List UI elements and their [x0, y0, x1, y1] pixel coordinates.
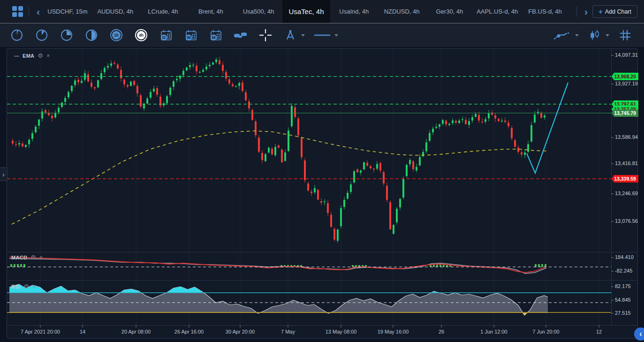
svg-text:4h: 4h: [139, 33, 144, 38]
tab-aapl-us-d-4h[interactable]: AAPL.US-d, 4h: [473, 0, 521, 23]
tabs-scroll-left-icon[interactable]: ‹: [35, 7, 42, 16]
macd-settings-gear-icon[interactable]: ⚙: [30, 254, 36, 261]
time-axis-label: 30 Apr 20:00: [226, 329, 255, 334]
tab-audusd-4h[interactable]: AUDUSD, 4h: [91, 0, 139, 23]
tabs-scroll-right-icon[interactable]: ›: [583, 7, 590, 16]
tab-usdchf-15m[interactable]: USDCHF, 15m: [44, 0, 91, 23]
add-chart-button[interactable]: + Add Chart: [592, 5, 637, 18]
timeframe-5m-button[interactable]: [35, 29, 48, 42]
timeframe-M-button[interactable]: M: [209, 29, 222, 42]
price-axis-label: 13,076.56: [615, 218, 638, 224]
macd-label: MACD: [11, 255, 27, 260]
line-tool-caret-icon[interactable]: [334, 34, 338, 37]
time-axis-label: 1 Jun 12:00: [480, 329, 508, 334]
time-axis-label: 26 Apr 16:00: [174, 329, 204, 334]
chart-toolbar: 1h4hDWM: [0, 23, 644, 47]
divider: [576, 7, 577, 17]
timeframe-D-button[interactable]: D: [159, 29, 173, 42]
indicators-caret-icon[interactable]: [575, 34, 579, 37]
rsi-label: RSI: [11, 284, 20, 289]
indicators-icon[interactable]: [553, 29, 571, 42]
rsi-settings-gear-icon[interactable]: ⚙: [23, 283, 29, 290]
tab-usaind-4h[interactable]: UsaInd, 4h: [330, 0, 378, 23]
time-axis-label: 7 Jun 20:00: [532, 329, 560, 334]
tab-brent-4h[interactable]: Brent, 4h: [187, 0, 235, 23]
tab-lcrude-4h[interactable]: LCrude, 4h: [139, 0, 187, 23]
time-axis-label: 12: [596, 329, 602, 334]
tab-nzdusd-4h[interactable]: NZDUSD, 4h: [378, 0, 426, 23]
price-axis-label: -82.245: [615, 268, 632, 274]
timeframe-30m-button[interactable]: [85, 29, 98, 42]
ema-indicator-header: — EMA ⚙ ×: [14, 52, 50, 59]
price-axis-label: 13,927.19: [615, 81, 638, 86]
timeframe-group: 1h4hDWM: [10, 29, 234, 42]
divider: [29, 7, 29, 17]
tab-list: USDCHF, 15mAUDUSD, 4hLCrude, 4hBrent, 4h…: [44, 0, 569, 23]
tab-usatec-4h[interactable]: UsaTec, 4h: [282, 0, 330, 23]
sidebar-expand-chevron-icon[interactable]: ›: [0, 167, 8, 181]
price-chart-canvas[interactable]: [7, 48, 638, 339]
layout-grid-icon[interactable]: [12, 6, 23, 17]
time-axis-label: 26: [439, 329, 444, 334]
chart-style-caret-icon[interactable]: [606, 34, 609, 37]
price-axis-label: 82.175: [615, 283, 631, 289]
link-charts-icon[interactable]: [234, 29, 247, 42]
time-axis-label: 14: [80, 329, 85, 334]
time-axis-label: 7 Apr 2021 20:00: [21, 329, 60, 334]
macd-indicator-header: MACD ⚙ ×: [11, 254, 43, 261]
trading-app-window: ‹ USDCHF, 15mAUDUSD, 4hLCrude, 4hBrent, …: [0, 0, 644, 342]
plus-icon: +: [599, 8, 603, 15]
collapse-panel-button[interactable]: ‹: [634, 327, 644, 341]
macd-close-icon[interactable]: ×: [39, 254, 43, 261]
rsi-indicator-header: RSI ⚙ ×: [11, 283, 36, 290]
timeframe-1h-button[interactable]: 1h: [110, 29, 123, 42]
drawing-tools-icon[interactable]: [284, 29, 297, 42]
price-axis-label: 184.410: [615, 254, 634, 260]
drawing-tools-caret-icon[interactable]: [301, 34, 305, 37]
tab-usa500-4h[interactable]: Usa500, 4h: [235, 0, 282, 23]
svg-text:D: D: [162, 35, 166, 40]
timeframe-4h-button[interactable]: 4h: [135, 29, 148, 42]
price-level-badge[interactable]: 13,745.79: [612, 109, 638, 117]
trend-drawing: [527, 83, 568, 173]
chart-style-icon[interactable]: [588, 29, 601, 42]
ema-color-dash: —: [14, 53, 19, 59]
add-chart-label: Add Chart: [605, 8, 631, 15]
ema-settings-gear-icon[interactable]: ⚙: [38, 52, 43, 59]
timeframe-1m-button[interactable]: [10, 29, 23, 42]
price-axis-label: 14,097.31: [615, 52, 638, 58]
price-level-badge[interactable]: 13,339.59: [612, 175, 638, 182]
crosshair-icon[interactable]: [259, 29, 272, 42]
price-axis-label: 27.515: [615, 310, 631, 316]
chart-tab-bar: ‹ USDCHF, 15mAUDUSD, 4hLCrude, 4hBrent, …: [0, 0, 644, 23]
price-axis-label: 13,416.81: [615, 160, 638, 166]
svg-text:1h: 1h: [114, 33, 119, 38]
price-axis-label: 54.845: [615, 297, 631, 303]
timeframe-15m-button[interactable]: [60, 29, 73, 42]
price-axis-label: 13,586.94: [615, 134, 638, 140]
time-axis-label: 20 Apr 08:00: [121, 329, 151, 334]
tab-fb-us-d-4h[interactable]: FB.US-d, 4h: [521, 0, 569, 23]
price-level-badge[interactable]: 13,968.20: [612, 73, 638, 80]
rsi-close-icon[interactable]: ×: [32, 283, 36, 290]
ema-label: EMA: [23, 53, 34, 59]
timeframe-W-button[interactable]: W: [184, 29, 197, 42]
ema-close-icon[interactable]: ×: [46, 52, 50, 59]
line-tool-icon[interactable]: [314, 29, 330, 42]
price-axis-label: 13,246.69: [615, 190, 638, 196]
time-axis-label: 7 May: [281, 329, 295, 334]
time-axis-label: 13 May 08:00: [326, 329, 357, 334]
time-axis-label: 19 May 16:00: [378, 329, 409, 334]
svg-text:W: W: [187, 35, 191, 40]
tab-ger30-4h[interactable]: Ger30, 4h: [426, 0, 474, 23]
svg-text:M: M: [212, 35, 216, 40]
grid-toggle-icon[interactable]: [619, 29, 632, 42]
